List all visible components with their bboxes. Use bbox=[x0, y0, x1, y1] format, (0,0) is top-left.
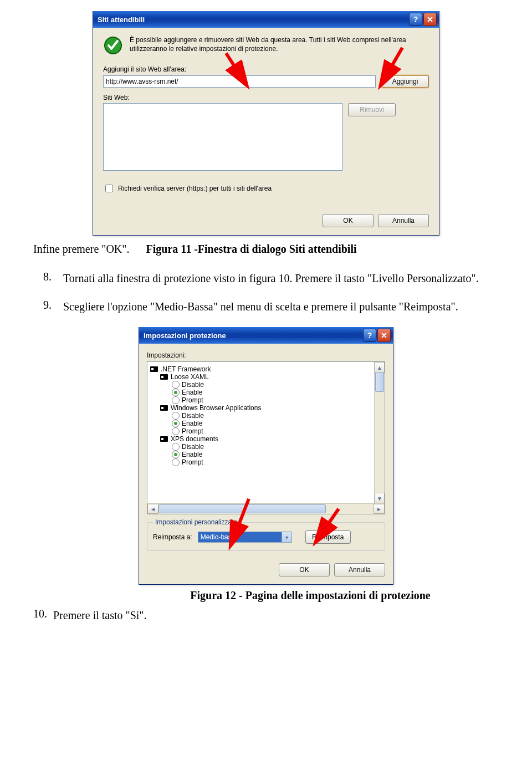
sites-label: Siti Web: bbox=[103, 94, 429, 101]
radio-label: Enable bbox=[182, 389, 202, 396]
vertical-scrollbar[interactable]: ▲ ▼ bbox=[374, 362, 385, 504]
horizontal-scrollbar[interactable]: ◄ ► bbox=[147, 503, 385, 514]
list-number: 10. bbox=[33, 608, 53, 624]
reset-button[interactable]: Reimposta bbox=[305, 530, 351, 544]
cancel-button[interactable]: Annulla bbox=[334, 563, 385, 576]
intro-text: È possibile aggiungere e rimuovere siti … bbox=[130, 35, 429, 55]
tree-subcategory: Windows Browser Applications bbox=[171, 404, 261, 412]
settings-listbox[interactable]: .NET Framework Loose XAML Disable Enable… bbox=[147, 361, 385, 514]
radio-label: Enable bbox=[182, 451, 202, 458]
radio-option[interactable] bbox=[172, 451, 180, 458]
body-text: Premere il tasto "Si". bbox=[53, 608, 147, 624]
scroll-left-icon[interactable]: ◄ bbox=[147, 504, 158, 514]
level-combo[interactable]: Medio-bassa ▾ bbox=[198, 532, 292, 543]
scroll-right-icon[interactable]: ► bbox=[374, 504, 385, 514]
list-number: 8. bbox=[43, 270, 63, 287]
radio-option[interactable] bbox=[172, 443, 180, 451]
radio-option[interactable] bbox=[172, 427, 180, 435]
cancel-button[interactable]: Annulla bbox=[378, 214, 429, 227]
category-icon bbox=[160, 435, 168, 443]
help-button[interactable]: ? bbox=[363, 329, 376, 342]
radio-option[interactable] bbox=[172, 420, 180, 427]
close-button[interactable] bbox=[423, 13, 437, 26]
url-input[interactable] bbox=[103, 75, 376, 88]
remove-button[interactable]: Rimuovi bbox=[348, 103, 396, 116]
radio-option[interactable] bbox=[172, 381, 180, 389]
https-checkbox[interactable] bbox=[105, 185, 113, 192]
add-site-label: Aggiungi il sito Web all'area: bbox=[103, 65, 429, 73]
fieldset-legend: Impostazioni personalizzate bbox=[153, 518, 239, 526]
ok-button[interactable]: OK bbox=[279, 563, 330, 576]
radio-label: Disable bbox=[182, 381, 204, 389]
svg-rect-4 bbox=[151, 368, 154, 370]
body-text: Infine premere "OK". bbox=[33, 241, 129, 257]
radio-label: Disable bbox=[182, 412, 204, 420]
category-icon bbox=[150, 365, 158, 373]
tree-category: .NET Framework bbox=[161, 365, 211, 373]
svg-rect-8 bbox=[161, 407, 163, 409]
radio-option[interactable] bbox=[172, 389, 180, 396]
dialog-title: Siti attendibili bbox=[98, 16, 408, 24]
body-text: Tornati alla finestra di protezione vist… bbox=[63, 270, 479, 287]
body-text: Scegliere l'opzione "Medio-Bassa" nel me… bbox=[63, 299, 458, 315]
scroll-thumb[interactable] bbox=[375, 372, 384, 392]
category-icon bbox=[160, 404, 168, 412]
scroll-up-icon[interactable]: ▲ bbox=[375, 362, 385, 373]
scroll-down-icon[interactable]: ▼ bbox=[375, 493, 385, 504]
custom-settings-group: Impostazioni personalizzate Reimposta a:… bbox=[147, 522, 385, 551]
radio-option[interactable] bbox=[172, 412, 180, 420]
figure-caption: Figura 12 - Pagina delle impostazioni di… bbox=[122, 589, 499, 602]
settings-label: Impostazioni: bbox=[147, 351, 385, 359]
scroll-thumb[interactable] bbox=[158, 504, 326, 513]
svg-rect-6 bbox=[161, 376, 163, 378]
titlebar[interactable]: Impostazioni protezione ? bbox=[139, 327, 393, 344]
radio-label: Prompt bbox=[182, 396, 203, 404]
radio-option[interactable] bbox=[172, 396, 180, 404]
trusted-sites-dialog: Siti attendibili ? È possibile aggiunger… bbox=[93, 11, 439, 236]
figure-caption: Figura 11 -Finestra di dialogo Siti atte… bbox=[146, 243, 499, 256]
close-button[interactable] bbox=[377, 329, 391, 342]
chevron-down-icon[interactable]: ▾ bbox=[282, 532, 292, 543]
ok-button[interactable]: OK bbox=[323, 214, 374, 227]
svg-rect-10 bbox=[161, 438, 163, 440]
radio-label: Prompt bbox=[182, 427, 203, 435]
radio-option[interactable] bbox=[172, 458, 180, 466]
https-checkbox-label: Richiedi verifica server (https:) per tu… bbox=[118, 185, 272, 192]
reset-to-label: Reimposta a: bbox=[153, 533, 192, 541]
list-number: 9. bbox=[43, 299, 63, 315]
dialog-title: Impostazioni protezione bbox=[144, 331, 362, 340]
titlebar[interactable]: Siti attendibili ? bbox=[93, 11, 439, 28]
sites-listbox[interactable] bbox=[103, 103, 342, 171]
radio-label: Prompt bbox=[182, 458, 203, 466]
security-settings-dialog: Impostazioni protezione ? Impostazioni: … bbox=[139, 327, 393, 585]
trusted-zone-icon bbox=[103, 35, 123, 55]
radio-label: Enable bbox=[182, 420, 202, 427]
tree-subcategory: Loose XAML bbox=[171, 373, 209, 381]
category-icon bbox=[160, 373, 168, 381]
radio-label: Disable bbox=[182, 443, 204, 451]
help-button[interactable]: ? bbox=[409, 13, 422, 26]
add-button[interactable]: Aggiungi bbox=[381, 75, 429, 88]
combo-selected-value: Medio-bassa bbox=[198, 532, 282, 543]
tree-subcategory: XPS documents bbox=[171, 435, 218, 443]
